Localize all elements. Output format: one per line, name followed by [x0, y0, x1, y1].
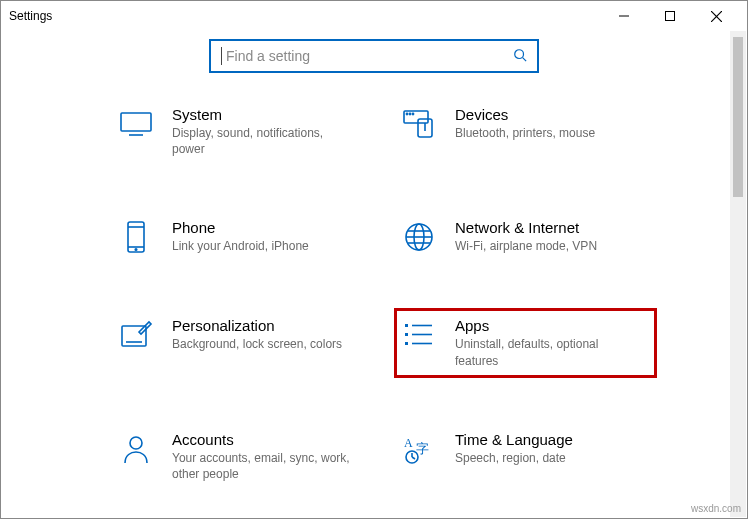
svg-rect-6: [121, 113, 151, 131]
svg-line-36: [412, 457, 415, 459]
svg-point-4: [515, 49, 524, 58]
tile-time-language[interactable]: A字 Time & Language Speech, region, date: [394, 422, 657, 491]
tile-desc: Uninstall, defaults, optional features: [455, 336, 635, 368]
search-placeholder: Find a setting: [226, 48, 513, 64]
svg-point-10: [409, 113, 410, 114]
tile-devices[interactable]: Devices Bluetooth, printers, mouse: [394, 97, 657, 166]
search-container: Find a setting: [1, 31, 747, 97]
scrollbar-thumb[interactable]: [733, 37, 743, 197]
tile-label: Apps: [455, 317, 635, 334]
tile-label: Network & Internet: [455, 219, 597, 236]
tile-phone[interactable]: Phone Link your Android, iPhone: [111, 210, 374, 264]
search-icon: [513, 48, 527, 65]
apps-icon: [401, 317, 437, 353]
svg-rect-25: [405, 324, 408, 327]
tile-network[interactable]: Network & Internet Wi-Fi, airplane mode,…: [394, 210, 657, 264]
window-title: Settings: [9, 9, 52, 23]
svg-rect-1: [666, 12, 675, 21]
svg-point-31: [130, 437, 142, 449]
close-icon: [711, 11, 722, 22]
search-input[interactable]: Find a setting: [209, 39, 539, 73]
svg-rect-27: [405, 333, 408, 336]
maximize-icon: [665, 11, 675, 21]
svg-point-11: [412, 113, 413, 114]
tile-desc: Wi-Fi, airplane mode, VPN: [455, 238, 597, 254]
devices-icon: [401, 106, 437, 142]
svg-rect-29: [405, 342, 408, 345]
tile-desc: Bluetooth, printers, mouse: [455, 125, 595, 141]
settings-window: Settings Find a setting System D: [0, 0, 748, 519]
vertical-scrollbar[interactable]: [730, 31, 746, 517]
system-icon: [118, 106, 154, 142]
tile-label: Personalization: [172, 317, 342, 334]
accounts-icon: [118, 431, 154, 467]
tile-desc: Link your Android, iPhone: [172, 238, 309, 254]
svg-line-5: [523, 57, 527, 61]
tile-label: Accounts: [172, 431, 352, 448]
tile-accounts[interactable]: Accounts Your accounts, email, sync, wor…: [111, 422, 374, 491]
svg-point-17: [135, 249, 137, 251]
watermark: wsxdn.com: [691, 503, 741, 514]
minimize-button[interactable]: [601, 1, 647, 31]
tile-label: Time & Language: [455, 431, 573, 448]
tile-apps[interactable]: Apps Uninstall, defaults, optional featu…: [394, 308, 657, 377]
tile-desc: Speech, region, date: [455, 450, 573, 466]
svg-text:A: A: [404, 436, 413, 450]
svg-point-9: [406, 113, 407, 114]
close-button[interactable]: [693, 1, 739, 31]
tile-personalization[interactable]: Personalization Background, lock screen,…: [111, 308, 374, 377]
time-language-icon: A字: [401, 431, 437, 467]
network-icon: [401, 219, 437, 255]
tile-desc: Your accounts, email, sync, work, other …: [172, 450, 352, 482]
settings-grid: System Display, sound, notifications, po…: [1, 97, 747, 491]
tile-system[interactable]: System Display, sound, notifications, po…: [111, 97, 374, 166]
tile-desc: Background, lock screen, colors: [172, 336, 342, 352]
maximize-button[interactable]: [647, 1, 693, 31]
tile-label: System: [172, 106, 352, 123]
phone-icon: [118, 219, 154, 255]
tile-desc: Display, sound, notifications, power: [172, 125, 352, 157]
minimize-icon: [619, 11, 629, 21]
tile-label: Phone: [172, 219, 309, 236]
titlebar: Settings: [1, 1, 747, 31]
personalization-icon: [118, 317, 154, 353]
text-caret: [221, 47, 222, 65]
tile-label: Devices: [455, 106, 595, 123]
